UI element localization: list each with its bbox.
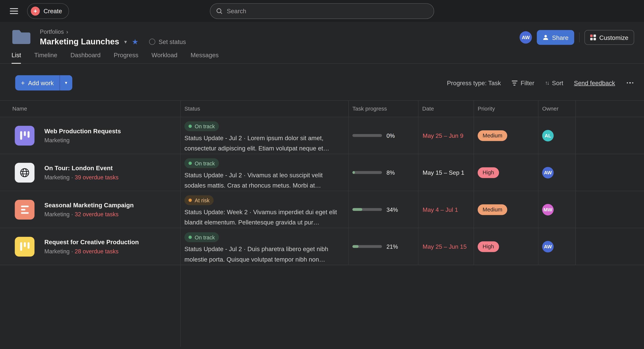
project-title[interactable]: On Tour: London Event (44, 164, 118, 171)
project-title[interactable]: Seasonal Marketing Campaign (44, 202, 134, 208)
date-range: May 15 – Sep 1 (422, 169, 464, 176)
chevron-down-icon[interactable]: ▾ (124, 39, 127, 45)
list-toolbar: + Add work ▾ Progress type: Task Filter … (15, 75, 634, 91)
name-column-divider (0, 265, 181, 346)
status-circle-icon (149, 39, 155, 45)
owner-avatar[interactable]: AW (542, 167, 554, 178)
table-row-name[interactable]: On Tour: London Event Marketing · 39 ove… (0, 154, 181, 191)
status-dot-icon (188, 199, 192, 202)
set-status-button[interactable]: Set status (149, 38, 186, 45)
overdue-count: 32 overdue tasks (75, 211, 118, 217)
add-work-button[interactable]: + Add work ▾ (15, 75, 72, 91)
customize-button-label: Customize (599, 34, 628, 41)
sort-button[interactable]: ↑↓ Sort (545, 79, 563, 86)
status-badge[interactable]: On track (184, 158, 219, 168)
date-cell[interactable]: May 25 – Jun 15 (418, 228, 474, 265)
column-header-name[interactable]: Name (0, 100, 181, 117)
more-options-icon[interactable] (626, 80, 634, 86)
breadcrumb-portfolios[interactable]: Portfolios (40, 28, 64, 35)
project-subtitle: Marketing · (44, 174, 73, 180)
header-divider (579, 33, 580, 42)
progress-type-selector[interactable]: Progress type: Task (447, 79, 501, 86)
status-cell[interactable]: On track Status Update - Jul 2 · Duis ph… (181, 228, 349, 265)
priority-cell[interactable]: High (474, 154, 538, 191)
progress-percent: 8% (386, 169, 395, 176)
overdue-count: 28 overdue tasks (75, 248, 118, 254)
column-header-priority[interactable]: Priority (474, 100, 538, 117)
status-cell[interactable]: On track Status Update - Jul 2 · Vivamus… (181, 154, 349, 191)
status-cell[interactable]: At risk Status Update: Week 2 · Vivamus … (181, 191, 349, 228)
share-button-label: Share (552, 34, 568, 41)
owner-cell[interactable]: MW (538, 191, 576, 228)
priority-badge[interactable]: Medium (478, 130, 507, 141)
tab-messages[interactable]: Messages (190, 52, 219, 63)
column-header-date[interactable]: Date (418, 100, 474, 117)
progress-percent: 0% (386, 132, 395, 139)
status-badge[interactable]: At risk (184, 195, 214, 205)
list-icon (15, 200, 34, 219)
tab-workload[interactable]: Workload (152, 52, 178, 63)
status-badge[interactable]: On track (184, 232, 219, 242)
customize-button[interactable]: Customize (584, 30, 634, 45)
owner-avatar[interactable]: AW (542, 241, 554, 252)
column-header-task-progress[interactable]: Task progress (349, 100, 418, 117)
priority-badge[interactable]: Medium (478, 204, 507, 215)
create-button-label: Create (44, 8, 62, 14)
portfolio-table: Name Status Task progress Date Priority … (0, 100, 644, 346)
progress-bar-fill (352, 171, 355, 174)
hamburger-menu-icon[interactable] (10, 8, 18, 14)
add-column-button[interactable] (576, 100, 644, 117)
status-badge-label: On track (194, 234, 215, 240)
status-update-text: Status Update: Week 2 · Vivamus imperdie… (184, 207, 341, 227)
priority-cell[interactable]: High (474, 228, 538, 265)
chevron-right-icon: › (66, 28, 68, 35)
filter-icon (512, 80, 517, 85)
table-row-name[interactable]: Seasonal Marketing Campaign Marketing · … (0, 191, 181, 228)
progress-bar (352, 208, 382, 211)
send-feedback-link[interactable]: Send feedback (574, 79, 615, 86)
create-button[interactable]: + Create (27, 3, 69, 19)
share-button[interactable]: Share (537, 30, 574, 45)
project-title[interactable]: Request for Creative Production (44, 238, 139, 245)
view-tabs: List Timeline Dashboard Progress Workloa… (0, 52, 644, 64)
status-dot-icon (188, 162, 192, 165)
owner-avatar[interactable]: MW (542, 204, 554, 215)
table-row-name[interactable]: Web Production Requests Marketing (0, 117, 181, 154)
status-cell[interactable]: On track Status Update - Jul 2 · Lorem i… (181, 117, 349, 154)
date-cell[interactable]: May 25 – Jun 9 (418, 117, 474, 154)
tab-dashboard[interactable]: Dashboard (70, 52, 100, 63)
priority-cell[interactable]: Medium (474, 117, 538, 154)
filter-button[interactable]: Filter (512, 79, 534, 86)
status-badge-label: At risk (194, 197, 210, 203)
board-icon (15, 126, 34, 145)
favorite-star-icon[interactable]: ★ (132, 38, 138, 46)
column-header-owner[interactable]: Owner (538, 100, 576, 117)
priority-cell[interactable]: Medium (474, 191, 538, 228)
breadcrumb[interactable]: Portfolios › (40, 28, 186, 35)
column-header-status[interactable]: Status (181, 100, 349, 117)
table-row-name[interactable]: Request for Creative Production Marketin… (0, 228, 181, 265)
chevron-down-icon[interactable]: ▾ (60, 75, 72, 91)
priority-badge[interactable]: High (478, 241, 499, 252)
sort-label: Sort (552, 79, 563, 86)
priority-badge[interactable]: High (478, 167, 499, 178)
owner-avatar[interactable]: AL (542, 130, 554, 141)
tab-list[interactable]: List (12, 52, 21, 63)
search-bar[interactable] (210, 3, 434, 19)
owner-cell[interactable]: AW (538, 228, 576, 265)
status-update-text: Status Update - Jul 2 · Vivamus at leo s… (184, 170, 341, 190)
date-cell[interactable]: May 4 – Jul 1 (418, 191, 474, 228)
tab-timeline[interactable]: Timeline (34, 52, 57, 63)
project-title[interactable]: Web Production Requests (44, 128, 121, 134)
date-cell[interactable]: May 15 – Sep 1 (418, 154, 474, 191)
tab-progress[interactable]: Progress (114, 52, 138, 63)
search-icon (216, 8, 222, 14)
top-bar: + Create (0, 0, 644, 22)
plus-icon: + (31, 6, 40, 16)
owner-cell[interactable]: AL (538, 117, 576, 154)
status-badge[interactable]: On track (184, 121, 219, 131)
page-title: Marketing Launches (40, 37, 120, 47)
user-avatar[interactable]: AW (520, 31, 532, 44)
search-input[interactable] (227, 8, 434, 14)
owner-cell[interactable]: AW (538, 154, 576, 191)
